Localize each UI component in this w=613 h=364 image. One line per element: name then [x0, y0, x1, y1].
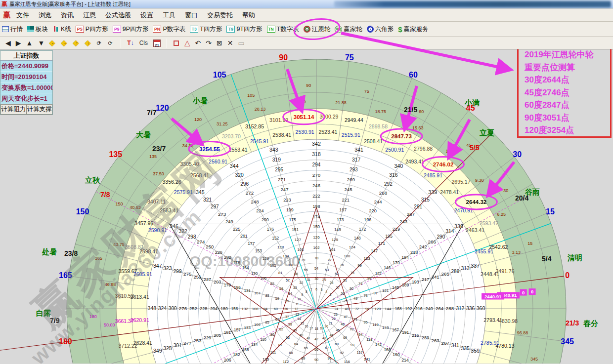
menu-item-浏览[interactable]: 浏览	[39, 11, 51, 19]
svg-text:157: 157	[234, 327, 241, 332]
solar-term-立夏: 立夏	[480, 128, 494, 138]
page-right-icon[interactable]: ▶	[16, 39, 21, 47]
svg-text:51: 51	[343, 279, 347, 283]
toolbar-button-t-square[interactable]: T3T四方形	[190, 25, 222, 34]
svg-text:15: 15	[301, 322, 305, 325]
toolbar-button-p-number-table[interactable]: PNP数字表	[153, 25, 185, 34]
svg-text:359: 359	[471, 348, 480, 354]
menu-item-帮助[interactable]: 帮助	[242, 11, 255, 19]
toolbar-button-quotes[interactable]: 行情	[2, 25, 23, 34]
board-icon[interactable]: ▭	[238, 39, 244, 47]
rotate-ccw-icon[interactable]: ↶	[195, 39, 201, 47]
annotation-line: 120度3254点	[525, 124, 610, 137]
svg-text:313: 313	[461, 266, 470, 271]
gann-wheel-chart-area[interactable]: 1530456075901051201351501651801952102252…	[0, 49, 613, 364]
svg-text:155: 155	[234, 285, 241, 290]
svg-text:3305.40: 3305.40	[180, 161, 199, 167]
svg-text:37: 37	[285, 315, 289, 319]
svg-text:6: 6	[315, 287, 317, 291]
svg-text:18: 18	[314, 327, 318, 330]
menu-item-资讯[interactable]: 资讯	[61, 11, 74, 19]
svg-text:271: 271	[278, 177, 286, 182]
svg-text:173: 173	[337, 217, 344, 222]
fit-box-icon[interactable]: ⊠	[217, 39, 222, 47]
svg-text:21: 21	[329, 322, 333, 325]
title-bar: 赢 赢家江恩专业版[赢家服务平台] - [上证指数 江恩轮]	[0, 0, 613, 8]
solar-term-小满: 小满	[465, 98, 480, 108]
calc-resistance-button[interactable]: 计算阻力	[0, 104, 27, 115]
conversion-factor-row: 变换系数=1.00000	[0, 82, 52, 93]
menu-item-工具[interactable]: 工具	[163, 11, 175, 19]
shift-left-icon[interactable]	[49, 39, 57, 47]
svg-text:63: 63	[286, 336, 290, 340]
toolbar-button-hexagon[interactable]: 六角形	[367, 25, 394, 34]
menu-item-交易委托[interactable]: 交易委托	[207, 11, 233, 19]
svg-text:35: 35	[285, 299, 289, 303]
menu-item-江恩[interactable]: 江恩	[83, 11, 96, 19]
main-toolbar: 行情板块K线PSP四方形P99P四方形PNP数字表T3T四方形T99T四方形TN…	[0, 22, 613, 37]
page-left-icon[interactable]: ◀	[5, 39, 11, 47]
rotate-cw-icon[interactable]: ↷	[206, 39, 212, 47]
calendar-icon[interactable]: 21	[153, 40, 161, 47]
svg-text:179: 179	[224, 283, 231, 287]
cls-button[interactable]: Cls	[139, 40, 148, 46]
svg-text:3407.11: 3407.11	[147, 199, 166, 204]
menu-item-窗口[interactable]: 窗口	[185, 11, 198, 19]
svg-text:300: 300	[169, 306, 177, 311]
toolbar-label-p-number-table: P数字表	[163, 25, 185, 34]
svg-text:0: 0	[565, 271, 569, 280]
calc-support-button[interactable]: 计算支撑	[27, 104, 53, 115]
svg-text:214: 214	[401, 358, 409, 363]
zoom-in-icon[interactable]	[96, 40, 104, 47]
svg-text:40: 40	[300, 333, 304, 337]
shift-up-icon[interactable]	[73, 39, 81, 47]
shift-right-icon[interactable]	[61, 39, 69, 47]
toolbar-button-9t-square[interactable]: T99T四方形	[226, 25, 262, 34]
svg-text:268: 268	[379, 190, 388, 196]
page-down-icon[interactable]: ▼	[38, 39, 44, 47]
toolbar-button-sectors[interactable]: 板块	[27, 25, 48, 34]
svg-text:119: 119	[373, 323, 379, 327]
svg-text:2598.41: 2598.41	[139, 248, 158, 254]
svg-text:2847.73: 2847.73	[391, 133, 412, 139]
shift-down-icon[interactable]	[85, 39, 92, 47]
svg-text:273: 273	[218, 211, 226, 217]
center-cross-icon[interactable]: ✕	[227, 39, 233, 47]
svg-text:296: 296	[240, 181, 249, 187]
menu-item-设置[interactable]: 设置	[140, 11, 153, 19]
menu-item-文件[interactable]: 文件	[16, 11, 29, 19]
page-up-icon[interactable]: ▲	[26, 39, 33, 47]
toolbar-button-kline[interactable]: K线	[52, 25, 71, 34]
svg-text:5: 5	[321, 288, 323, 291]
draw-square-icon[interactable]	[174, 40, 179, 46]
menu-item-公式选股[interactable]: 公式选股	[105, 11, 131, 19]
svg-text:2538.41: 2538.41	[272, 132, 291, 138]
draw-triangle-icon[interactable]: △	[184, 39, 190, 47]
svg-text:174: 174	[313, 214, 320, 219]
svg-text:301: 301	[174, 343, 182, 348]
toolbar-button-9p-square[interactable]: P99P四方形	[113, 25, 149, 34]
svg-text:88: 88	[289, 351, 293, 355]
toolbar-button-p-square[interactable]: PSP四方形	[76, 25, 108, 34]
window-title: 赢家江恩专业版[赢家服务平台] - [上证指数 江恩轮]	[9, 0, 131, 8]
toolbar-button-winner-wheel[interactable]: Big赢家轮	[335, 25, 362, 34]
svg-text:2796.88: 2796.88	[414, 146, 433, 152]
toolbar-label-9p-square: 9P四方形	[123, 25, 149, 34]
toolbar-button-t-number-table[interactable]: TNT数字表	[267, 25, 299, 34]
solar-term-小暑: 小暑	[193, 96, 208, 106]
svg-text:266: 266	[428, 239, 437, 244]
step-row: 周天变化步长=1	[0, 93, 52, 104]
svg-text:343: 343	[269, 147, 278, 153]
svg-text:7: 7	[310, 288, 312, 291]
svg-text:69: 69	[343, 336, 347, 340]
svg-text:96: 96	[365, 307, 369, 311]
svg-text:6.25: 6.25	[497, 212, 506, 217]
svg-text:41: 41	[306, 336, 310, 340]
t-updown-icon[interactable]: T↓	[127, 40, 133, 46]
svg-text:126: 126	[313, 235, 320, 240]
toolbar-button-winner-service[interactable]: $赢家服务	[398, 25, 428, 34]
toolbar-button-gann-wheel[interactable]: 江恩轮	[304, 25, 331, 34]
svg-text:2695.17: 2695.17	[452, 179, 471, 185]
solar-term-date-23-7: 23/7	[152, 145, 166, 153]
zoom-out-icon[interactable]	[108, 40, 115, 47]
